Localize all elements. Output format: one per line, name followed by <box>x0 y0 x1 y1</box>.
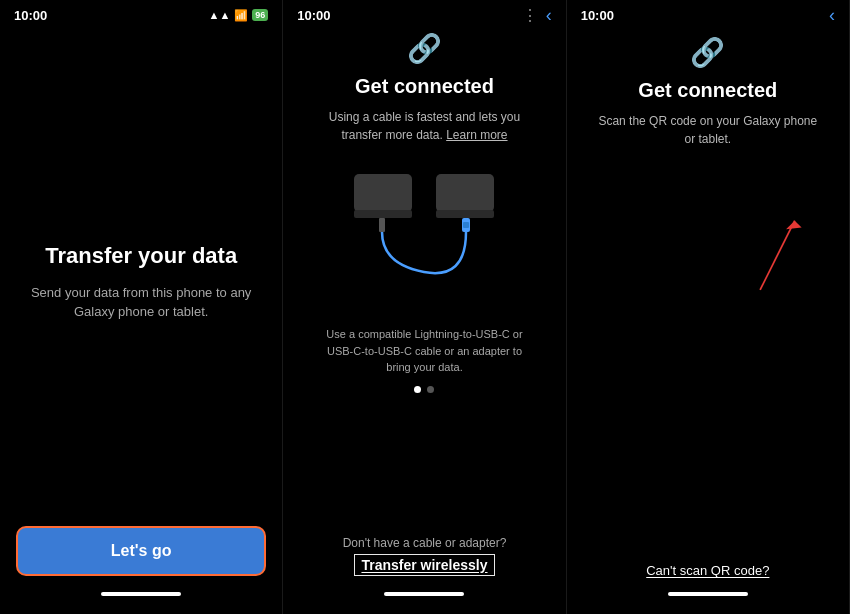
time-2: 10:00 <box>297 8 330 23</box>
svg-line-7 <box>760 221 795 290</box>
panel3-content: 🔗 Get connected Scan the QR code on your… <box>567 28 849 553</box>
wifi-icon-1: 📶 <box>234 9 248 22</box>
svg-rect-2 <box>436 174 494 212</box>
home-indicator-2 <box>384 592 464 596</box>
dots-menu-icon[interactable]: ⋮ <box>522 6 538 25</box>
back-arrow-icon-3[interactable]: ‹ <box>829 5 835 26</box>
time-1: 10:00 <box>14 8 47 23</box>
panel3-title: Get connected <box>638 79 777 102</box>
panel1-content: Transfer your data Send your data from t… <box>0 28 282 516</box>
panel-transfer-data: 10:00 ▲▲ 📶 96 Transfer your data Send yo… <box>0 0 283 614</box>
learn-more-link[interactable]: Learn more <box>446 128 507 142</box>
status-icons-2: ⋮ ‹ <box>522 5 552 26</box>
status-icons-3: ‹ <box>829 5 835 26</box>
svg-rect-1 <box>354 210 412 218</box>
time-3: 10:00 <box>581 8 614 23</box>
arrow-annotation-svg <box>587 158 829 318</box>
back-arrow-icon-2[interactable]: ‹ <box>546 5 552 26</box>
cant-scan-qr-button[interactable]: Can't scan QR code? <box>646 563 769 578</box>
dots-indicator <box>414 386 434 393</box>
status-bar-2: 10:00 ⋮ ‹ <box>283 0 565 28</box>
svg-rect-4 <box>379 218 385 232</box>
cable-illustration <box>324 154 524 314</box>
cable-svg <box>324 154 524 304</box>
panel2-content: 🔗 Get connected Using a cable is fastest… <box>283 28 565 526</box>
svg-rect-3 <box>436 210 494 218</box>
link-icon-2: 🔗 <box>407 32 442 65</box>
status-bar-3: 10:00 ‹ <box>567 0 849 28</box>
svg-rect-0 <box>354 174 412 212</box>
home-indicator-3 <box>668 592 748 596</box>
panel1-bottom: Let's go <box>0 516 282 592</box>
lets-go-button[interactable]: Let's go <box>16 526 266 576</box>
dot-1 <box>414 386 421 393</box>
dot-2 <box>427 386 434 393</box>
svg-rect-6 <box>463 222 469 228</box>
signal-icon-1: ▲▲ <box>209 9 231 21</box>
battery-badge-1: 96 <box>252 9 268 21</box>
panel1-subtitle: Send your data from this phone to any Ga… <box>20 283 262 322</box>
status-icons-1: ▲▲ 📶 96 <box>209 9 269 22</box>
home-indicator-1 <box>101 592 181 596</box>
panel2-bottom: Don't have a cable or adapter? Transfer … <box>283 526 565 592</box>
transfer-wirelessly-button[interactable]: Transfer wirelessly <box>354 554 494 576</box>
dont-have-text: Don't have a cable or adapter? <box>343 536 507 550</box>
cable-note: Use a compatible Lightning-to-USB-C or U… <box>303 326 545 376</box>
panel3-bottom: Can't scan QR code? <box>567 553 849 592</box>
status-bar-1: 10:00 ▲▲ 📶 96 <box>0 0 282 28</box>
panel1-title: Transfer your data <box>45 243 237 269</box>
panel2-subtitle: Using a cable is fastest and lets you tr… <box>303 108 545 144</box>
panel-get-connected-qr: 10:00 ‹ 🔗 Get connected Scan the QR code… <box>567 0 850 614</box>
link-icon-3: 🔗 <box>690 36 725 69</box>
panel2-title: Get connected <box>355 75 494 98</box>
svg-marker-8 <box>786 221 802 230</box>
panel-get-connected-cable: 10:00 ⋮ ‹ 🔗 Get connected Using a cable … <box>283 0 566 614</box>
panel3-subtitle: Scan the QR code on your Galaxy phone or… <box>587 112 829 148</box>
